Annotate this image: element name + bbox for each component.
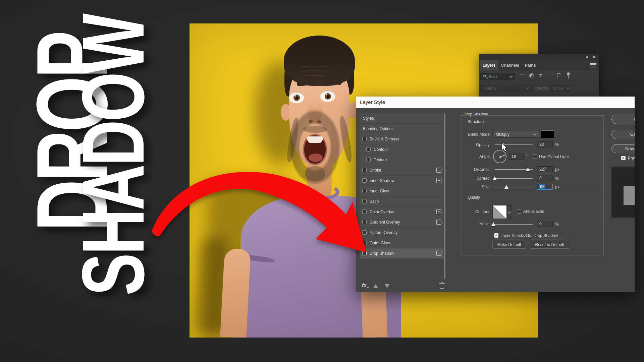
blend-mode-value: Normal [484, 86, 497, 91]
spread-unit: % [555, 176, 559, 181]
style-item-label: Bevel & Emboss [370, 137, 399, 141]
noise-input[interactable]: 0 [537, 221, 553, 227]
size-label: Size: [454, 185, 491, 189]
adjustment-filter-icon[interactable] [529, 73, 534, 78]
close-panel-icon[interactable]: × [593, 54, 596, 60]
tab-paths[interactable]: Paths [523, 60, 538, 70]
filter-toggle-stem [568, 75, 569, 78]
tab-channels[interactable]: Channels [500, 60, 521, 70]
opacity-unit: % [555, 142, 559, 147]
man-mustache [303, 126, 327, 133]
blend-mode-dropdown[interactable]: Normal [480, 84, 532, 92]
contour-label: Contour: [454, 209, 491, 214]
blend-mode-label: Blend Mode: [454, 132, 491, 137]
opacity-value: 100% [553, 86, 564, 91]
noise-unit: % [555, 222, 559, 227]
move-effect-down-button[interactable] [385, 284, 389, 288]
collapse-panel-icon[interactable]: « [586, 54, 588, 59]
cancel-button[interactable]: Cancel [611, 130, 635, 139]
angle-input[interactable]: 19 [509, 154, 524, 160]
blend-options-row: Normal Opacity: 100% [479, 84, 599, 94]
man-teeth [307, 136, 323, 143]
panel-tabs: Layers Channels Paths [479, 60, 599, 70]
smart-object-filter-icon[interactable] [557, 73, 561, 78]
blend-mode-select[interactable]: Multiply [492, 131, 539, 138]
panel-header: « × [479, 54, 599, 60]
distance-label: Distance: [454, 167, 491, 172]
size-unit: px [555, 185, 559, 189]
reset-to-default-button[interactable]: Reset to Default [530, 241, 569, 249]
distance-slider-thumb[interactable] [526, 168, 530, 171]
style-item-bevel-emboss[interactable]: Bevel & Emboss [360, 134, 443, 144]
forehead-wrinkle [300, 66, 330, 69]
style-item-label: Blending Options [363, 126, 393, 131]
delete-effect-button[interactable] [440, 284, 444, 289]
thumbnail-stage: DROP SHADOW [0, 0, 644, 362]
noise-label: Noise: [454, 222, 491, 226]
dialog-titlebar[interactable]: Layer Style [356, 97, 635, 108]
man-nostril [317, 120, 321, 123]
noise-slider-thumb[interactable] [491, 222, 495, 226]
style-item-label: Contour [374, 147, 388, 152]
ok-button[interactable]: OK [611, 115, 635, 124]
size-input[interactable]: 68 [537, 184, 553, 190]
angle-label: Angle: [454, 154, 491, 159]
forehead-wrinkle [301, 70, 330, 74]
kind-filter-dropdown[interactable]: Kind [480, 73, 515, 80]
new-style-button[interactable]: New Style... [611, 144, 635, 153]
spread-slider-track[interactable] [495, 178, 533, 179]
opacity-label: Opacity: [535, 86, 549, 90]
move-effect-up-button[interactable] [373, 284, 378, 288]
size-slider-track[interactable] [495, 187, 533, 187]
man-eye-right [320, 90, 335, 102]
chevron-down-icon [533, 132, 537, 136]
opacity-slider-track[interactable] [495, 144, 533, 145]
layer-knocks-out-label: Layer Knocks Out Drop Shadow [500, 233, 558, 238]
chevron-down-icon [526, 86, 529, 89]
add-effect-instance-button[interactable]: + [436, 178, 441, 183]
styles-list-scrollbar[interactable] [444, 113, 445, 279]
use-global-light-checkbox[interactable] [533, 155, 537, 159]
noise-slider-track[interactable] [493, 224, 533, 225]
fx-menu-button[interactable]: fx [362, 282, 366, 288]
make-default-button[interactable]: Make Default [492, 241, 526, 249]
add-effect-instance-button[interactable]: + [436, 220, 441, 225]
shadow-color-swatch[interactable] [541, 130, 554, 138]
shape-filter-icon[interactable] [548, 74, 552, 78]
tab-layers[interactable]: Layers [480, 60, 498, 70]
layer-knocks-out-checkbox[interactable]: ✓ [494, 233, 498, 238]
opacity-label: Opacity: [454, 142, 491, 147]
blend-mode-selected: Multiply [496, 132, 509, 137]
preview-checkbox[interactable]: ✓ [621, 156, 626, 160]
distance-unit: px [555, 167, 559, 172]
unchecked-checkbox[interactable] [362, 137, 367, 141]
forehead-wrinkle [302, 75, 328, 78]
red-arrow [134, 147, 376, 268]
contour-dropdown-button[interactable] [507, 205, 512, 219]
style-item-blending-options[interactable]: Blending Options [360, 124, 443, 134]
chevron-down-icon [508, 210, 511, 214]
add-effect-instance-button[interactable]: + [436, 251, 441, 256]
size-slider-thumb[interactable] [504, 185, 508, 189]
chevron-down-icon [567, 86, 570, 89]
kind-filter-label: Kind [489, 74, 497, 79]
add-effect-instance-button[interactable]: + [436, 209, 441, 214]
opacity-value-box[interactable]: 100% [551, 84, 565, 92]
add-effect-instance-button[interactable]: + [436, 168, 441, 173]
opacity-dropdown-button[interactable] [566, 84, 571, 92]
man-eye-left [289, 92, 304, 103]
pixel-filter-icon[interactable] [520, 74, 525, 78]
panel-menu-icon[interactable] [590, 63, 596, 67]
style-item-styles[interactable]: Styles [360, 113, 443, 123]
opacity-input[interactable]: 23 [537, 141, 553, 147]
style-item-label: Styles [363, 116, 374, 121]
angle-center-dot [499, 156, 501, 158]
spread-slider-thumb[interactable] [493, 176, 497, 180]
mouse-cursor [501, 143, 509, 153]
distance-input[interactable]: 227 [537, 166, 553, 172]
type-filter-icon[interactable]: T [539, 73, 542, 78]
spread-input[interactable]: 0 [537, 175, 553, 181]
preview-thumbnail-swatch [624, 186, 635, 205]
anti-aliased-checkbox[interactable] [517, 209, 521, 214]
contour-thumbnail[interactable] [492, 205, 507, 219]
